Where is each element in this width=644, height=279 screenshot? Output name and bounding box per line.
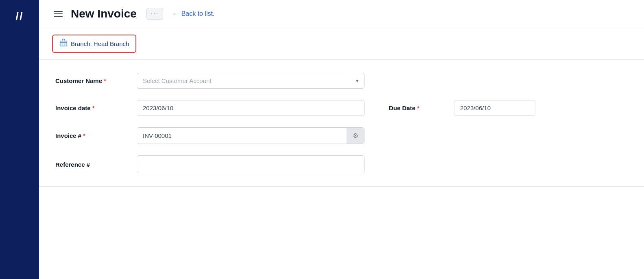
invoice-date-required: * — [92, 105, 95, 111]
branch-tag[interactable]: Branch: Head Branch — [52, 35, 136, 53]
branch-icon — [59, 39, 68, 49]
invoice-date-label: Invoice date* — [55, 105, 137, 111]
customer-name-label: Customer Name* — [55, 77, 137, 84]
invoice-number-label: Invoice #* — [55, 132, 137, 139]
due-date-label: Due Date* — [389, 105, 454, 111]
sidebar-logo: // — [15, 10, 24, 23]
customer-name-required: * — [104, 77, 106, 84]
customer-name-row: Customer Name* Select Customer Account ▾ — [55, 73, 628, 89]
reference-number-row: Reference # — [55, 155, 628, 173]
invoice-number-wrapper: ⚙ — [137, 127, 365, 144]
invoice-number-input[interactable] — [137, 128, 347, 143]
due-date-section: Due Date* — [389, 100, 535, 116]
customer-name-select[interactable]: Select Customer Account ▾ — [137, 73, 365, 89]
gear-icon: ⚙ — [353, 132, 358, 140]
invoice-date-input[interactable] — [137, 100, 365, 116]
form-area: Customer Name* Select Customer Account ▾… — [39, 60, 644, 186]
reference-number-label: Reference # — [55, 161, 137, 168]
invoice-number-gear-button[interactable]: ⚙ — [347, 128, 364, 144]
svg-rect-0 — [60, 41, 67, 46]
sidebar: // — [0, 0, 39, 279]
invoice-date-row: Invoice date* Due Date* — [55, 100, 628, 116]
header: New Invoice ··· ← Back to list. — [39, 0, 644, 28]
back-to-list-link[interactable]: ← Back to list. — [173, 10, 214, 17]
reference-number-input[interactable] — [137, 155, 365, 173]
invoice-number-row: Invoice #* ⚙ — [55, 127, 628, 144]
bottom-divider — [39, 186, 644, 187]
menu-icon[interactable] — [52, 9, 64, 18]
page-title: New Invoice — [71, 7, 137, 20]
dropdown-arrow-icon: ▾ — [356, 78, 358, 84]
more-options-button[interactable]: ··· — [146, 8, 163, 20]
main-content: New Invoice ··· ← Back to list. Branch: … — [39, 0, 644, 279]
invoice-number-required: * — [83, 132, 85, 139]
branch-bar: Branch: Head Branch — [39, 28, 644, 60]
branch-label: Branch: Head Branch — [71, 40, 129, 47]
due-date-input[interactable] — [454, 100, 535, 116]
due-date-required: * — [417, 105, 419, 111]
customer-name-placeholder: Select Customer Account — [143, 77, 211, 84]
